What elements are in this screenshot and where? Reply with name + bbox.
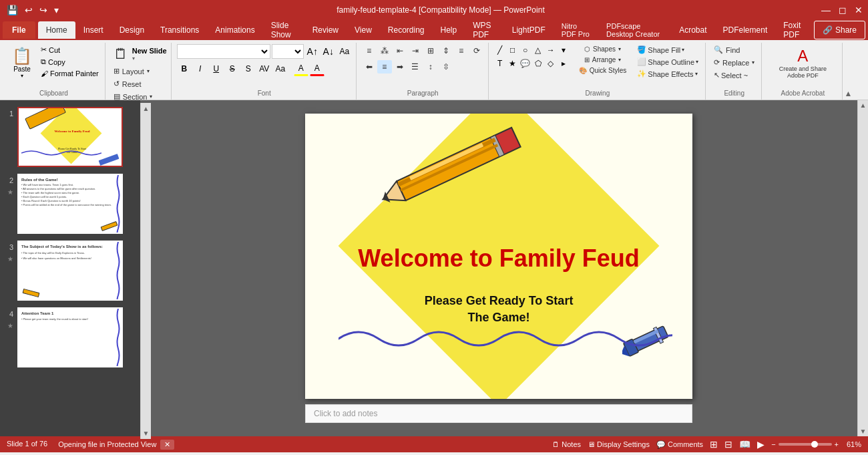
reset-button[interactable]: ↺ Reset [111,78,167,90]
zoom-out-button[interactable]: − [771,440,775,448]
tab-view[interactable]: View [347,21,380,39]
collapse-ribbon-button[interactable]: ▲ [844,89,852,98]
right-scrollbar[interactable]: ▲ ▼ [857,100,868,436]
undo-icon[interactable]: ↩ [25,5,33,15]
tab-transitions[interactable]: Transitions [152,21,207,39]
create-adobe-pdf-button[interactable]: A Create and Share Adobe PDF [767,44,838,82]
tab-slideshow[interactable]: Slide Show [263,17,304,43]
tab-acrobat[interactable]: Acrobat [671,21,714,39]
underline-button[interactable]: U [209,61,224,76]
tab-home[interactable]: Home [38,21,75,39]
replace-button[interactable]: ⟳ Replace ▾ [711,57,757,68]
slide-thumb-4[interactable]: 4 ★ Attention Team 1 • Please get your t… [3,306,138,369]
slide-thumb-1[interactable]: 1 Welcome to Family Feud Please Get Read… [3,106,138,168]
clear-format-button[interactable]: Aa [337,44,352,59]
select-button[interactable]: ↖ Select ~ [711,69,757,81]
textshadow-button[interactable]: S [241,61,256,76]
shape-diamond[interactable]: ◇ [545,57,557,69]
quick-access-icon[interactable]: ▾ [54,5,59,15]
tab-help[interactable]: Help [433,21,465,39]
right-scroll-up[interactable]: ▲ [859,100,868,110]
textdir-button[interactable]: ⇕ [439,44,453,57]
comments-button[interactable]: 💬 Comments [656,440,703,449]
shape-oval[interactable]: ○ [519,44,531,56]
minimize-button[interactable]: — [821,5,831,15]
new-slide-label[interactable]: New Slide [132,47,167,55]
charspacing-button[interactable]: AV [257,61,272,76]
shape-more[interactable]: ▾ [558,44,570,56]
highlight-color-button[interactable]: A [294,61,308,76]
slide-preview-3[interactable]: The Subject of Today's Show is as follow… [17,241,123,301]
shape-star[interactable]: ★ [507,57,519,69]
strikethrough-button[interactable]: S [225,61,240,76]
justify-button[interactable]: ☰ [408,60,423,73]
notes-bar[interactable]: Click to add notes [305,404,692,423]
align-right-button[interactable]: ➡ [393,60,407,73]
zoom-in-button[interactable]: + [835,440,839,448]
bullets-button[interactable]: ≡ [362,44,377,57]
shape-extra[interactable]: ▸ [558,57,570,69]
paragraph-spacing-button[interactable]: ⇳ [439,60,453,73]
shape-arrow[interactable]: → [545,44,557,56]
shape-rect[interactable]: □ [507,44,519,56]
right-scroll-down[interactable]: ▼ [859,426,868,436]
reading-view-button[interactable]: 📖 [739,439,750,450]
shape-line[interactable]: ╱ [494,44,506,56]
tab-wpspdf[interactable]: WPS PDF [465,17,504,43]
tab-recording[interactable]: Recording [380,21,433,39]
italic-button[interactable]: I [193,61,208,76]
tab-review[interactable]: Review [304,21,347,39]
font-name-select[interactable] [177,44,270,59]
slide-thumb-2[interactable]: 2 ★ Rules of the Game! • We will have tw… [3,172,138,235]
shape-triangle[interactable]: △ [532,44,544,56]
numbering-button[interactable]: ⁂ [377,44,392,57]
shape-fill-button[interactable]: 🪣 Shape Fill ▾ [634,44,701,55]
paste-button[interactable]: 📋 Paste ▾ [7,44,37,82]
new-slide-button[interactable]: 🗒 [111,44,131,64]
align-text-button[interactable]: ≡ [454,44,469,57]
align-center-button[interactable]: ≡ [377,60,392,73]
tab-pdfelement[interactable]: PDFelement [715,21,776,39]
bold-button[interactable]: B [177,61,192,76]
normal-view-button[interactable]: ⊞ [710,439,718,450]
slide-canvas[interactable]: Welcome to Family Feud Please Get Ready … [305,114,692,399]
shape-outline-button[interactable]: ⬜ Shape Outline ▾ [634,56,701,67]
zoom-slider[interactable] [779,443,832,446]
restore-button[interactable]: ◻ [839,5,847,15]
layout-button[interactable]: ⊞ Layout ▾ [111,65,167,77]
decrease-font-button[interactable]: A↓ [321,44,336,59]
tab-foxitpdf[interactable]: Foxit PDF [775,17,814,43]
decrease-indent-button[interactable]: ⇤ [393,44,407,57]
shapes-button[interactable]: ⬡ Shapes ▾ [576,44,630,54]
align-left-button[interactable]: ⬅ [362,60,377,73]
line-spacing-button[interactable]: ↕ [423,60,438,73]
find-button[interactable]: 🔍 Find [711,44,757,55]
arrange-button[interactable]: ⊞ Arrange ▾ [576,55,630,65]
slide-thumb-3[interactable]: 3 ★ The Subject of Today's Show is as fo… [3,239,138,302]
slide-preview-1[interactable]: Welcome to Family Feud Please Get Ready … [17,107,123,167]
tab-nitropdf[interactable]: Nitro PDF Pro [554,18,598,42]
slideshow-button[interactable]: ▶ [757,439,765,450]
save-icon[interactable]: 💾 [7,5,18,15]
scroll-down-button[interactable]: ▼ [141,428,152,436]
cut-button[interactable]: ✂ Cut [39,44,101,55]
font-color-button[interactable]: A [310,61,324,76]
tab-design[interactable]: Design [112,21,152,39]
tab-lightpdf[interactable]: LightPDF [504,21,554,39]
columns-button[interactable]: ⊞ [423,44,438,57]
shape-callout[interactable]: 💬 [519,57,531,69]
tab-animations[interactable]: Animations [207,21,262,39]
close-button[interactable]: ✕ [855,5,863,15]
protected-view-close[interactable]: ✕ [160,440,174,450]
share-button[interactable]: 🔗Share [814,21,865,39]
format-painter-button[interactable]: 🖌 Format Painter [39,68,101,79]
increase-indent-button[interactable]: ⇥ [408,44,423,57]
tab-insert[interactable]: Insert [75,21,112,39]
slide-preview-4[interactable]: Attention Team 1 • Please get your team … [17,307,123,367]
tab-file[interactable]: File [3,21,35,39]
display-settings-button[interactable]: 🖥 Display Settings [588,440,650,448]
convert-smartart-button[interactable]: ⟳ [469,44,484,57]
increase-font-button[interactable]: A↑ [305,44,320,59]
font-size-select[interactable] [272,44,304,59]
fontcase-button[interactable]: Aa [273,61,288,76]
